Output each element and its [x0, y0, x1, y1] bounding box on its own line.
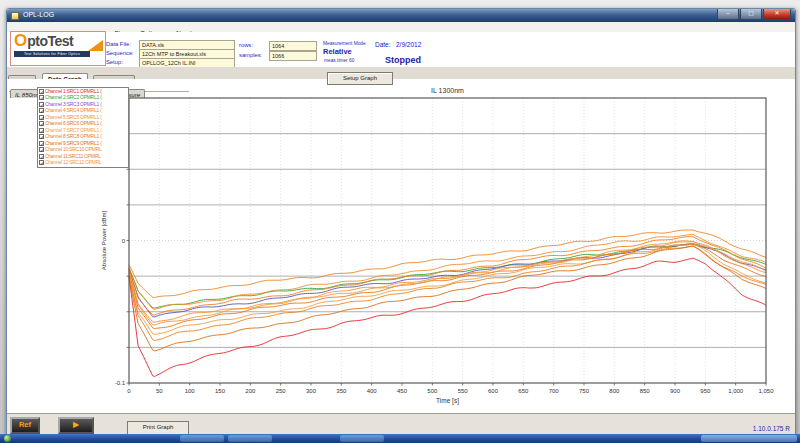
rows-field[interactable]: 1064 — [269, 41, 317, 51]
svg-text:0: 0 — [122, 238, 126, 244]
logo-text: ptoTest — [27, 33, 73, 49]
svg-text:300: 300 — [306, 388, 317, 394]
channel-label: Channel 10:SRC10 OPMRL — [45, 147, 102, 152]
check-icon: ✓ — [40, 115, 44, 121]
meas-timer-label: meas.timer 60 — [324, 58, 354, 63]
status-text: Stopped — [385, 55, 421, 65]
channel-3-checkbox[interactable]: ✓ — [39, 102, 44, 107]
svg-text:250: 250 — [276, 388, 287, 394]
svg-text:50: 50 — [156, 388, 163, 394]
close-button[interactable]: ✕ — [763, 9, 791, 20]
print-graph-button[interactable]: Print Graph — [127, 421, 189, 435]
data-file-label: Data File: — [106, 41, 131, 47]
check-icon: ✓ — [40, 108, 44, 114]
channel-11-checkbox[interactable]: ✓ — [39, 154, 44, 159]
channel-label: Channel 11:SRC11 OPMRL — [45, 154, 101, 159]
app-icon — [11, 12, 19, 20]
svg-text:0: 0 — [127, 388, 131, 394]
channel-label: Channel 8:SRC8 OPMRL1 ( — [45, 134, 102, 139]
start-button[interactable] — [4, 435, 11, 442]
svg-text:350: 350 — [336, 388, 347, 394]
taskbar-button[interactable] — [228, 435, 272, 442]
channel-label: Channel 3:SRC3 OPMRL1 ( — [45, 102, 102, 107]
svg-text:500: 500 — [427, 388, 438, 394]
channel-7-checkbox[interactable]: ✓ — [39, 128, 44, 133]
maximize-button[interactable]: ▢ — [740, 9, 762, 20]
svg-text:700: 700 — [549, 388, 560, 394]
logo-swoosh-icon — [88, 40, 103, 51]
check-icon: ✓ — [40, 95, 44, 101]
svg-text:Time [s]: Time [s] — [436, 397, 459, 405]
channel-row[interactable]: ✓Channel 12:SRC12 OPMRL — [38, 160, 128, 167]
play-button[interactable]: ▶ — [58, 417, 94, 434]
channel-10-checkbox[interactable]: ✓ — [39, 147, 44, 152]
logo-letter: O — [14, 31, 27, 50]
channel-9-checkbox[interactable]: ✓ — [39, 141, 44, 146]
svg-text:800: 800 — [609, 388, 620, 394]
svg-text:950: 950 — [700, 388, 711, 394]
taskbar-button[interactable] — [180, 435, 224, 442]
channel-label: Channel 4:SRC4 OPMRL1 ( — [45, 108, 102, 113]
version-text: 1.10.0.175 R — [753, 425, 790, 432]
maximize-icon: ▢ — [748, 10, 754, 16]
check-icon: ✓ — [40, 160, 44, 166]
channel-4-checkbox[interactable]: ✓ — [39, 108, 44, 113]
svg-text:550: 550 — [458, 388, 469, 394]
channel-5-checkbox[interactable]: ✓ — [39, 115, 44, 120]
app-window: OPL-LOG – ▢ ✕ File Setup View Run Stop O… — [6, 8, 796, 436]
ref-button[interactable]: Ref — [10, 417, 40, 434]
svg-text:1,000: 1,000 — [728, 388, 744, 394]
svg-text:750: 750 — [579, 388, 590, 394]
rows-label: rows: — [239, 42, 253, 48]
measurement-mode-value: Relative — [323, 47, 352, 56]
channel-label: Channel 5:SRC5 OPMRL1 ( — [45, 115, 102, 120]
samples-field[interactable]: 1066 — [269, 51, 317, 61]
channel-label: Channel 7:SRC7 OPMRL1 ( — [45, 128, 102, 133]
check-icon: ✓ — [40, 89, 44, 95]
svg-text:650: 650 — [518, 388, 529, 394]
check-icon: ✓ — [40, 147, 44, 153]
graph-page: IL 850nm IL 1300nm AUX Measure ✓Channel … — [7, 79, 795, 413]
check-icon: ✓ — [40, 128, 44, 134]
check-icon: ✓ — [40, 134, 44, 140]
svg-text:100: 100 — [185, 388, 196, 394]
minimize-button[interactable]: – — [717, 9, 739, 20]
minimize-icon: – — [726, 10, 729, 16]
title-bar[interactable]: OPL-LOG – ▢ ✕ — [7, 9, 795, 22]
svg-text:150: 150 — [215, 388, 226, 394]
bottom-toolbar: Ref ▶ Print Graph 1.10.0.175 R — [7, 413, 795, 436]
svg-text:450: 450 — [397, 388, 408, 394]
window-title: OPL-LOG — [23, 11, 54, 18]
date-label: Date: — [375, 41, 391, 48]
svg-text:400: 400 — [367, 388, 378, 394]
channel-8-checkbox[interactable]: ✓ — [39, 134, 44, 139]
optotest-logo: OptoTest Test Solutions for Fiber Optics — [10, 31, 106, 66]
logo-tagline: Test Solutions for Fiber Optics — [14, 51, 90, 57]
channel-label: Channel 9:SRC9 OPMRL1 ( — [45, 141, 102, 146]
channel-1-checkbox[interactable]: ✓ — [39, 89, 44, 94]
system-tray — [701, 435, 797, 442]
date-value: 2/9/2012 — [396, 41, 421, 48]
svg-text:1,050: 1,050 — [758, 388, 774, 394]
channel-label: Channel 12:SRC12 OPMRL — [45, 160, 102, 165]
setup-graph-button[interactable]: Setup Graph — [327, 72, 393, 85]
svg-text:600: 600 — [488, 388, 499, 394]
svg-text:Absolute Power [dBm]: Absolute Power [dBm] — [101, 210, 107, 270]
sequence-label: Sequence: — [106, 50, 134, 56]
taskbar — [0, 434, 800, 443]
close-icon: ✕ — [774, 10, 779, 16]
channel-legend-list: ✓Channel 1:SRC1 OPMRL1 ( ✓Channel 2:SRC2… — [37, 87, 129, 168]
check-icon: ✓ — [40, 141, 44, 147]
svg-text:-0.1: -0.1 — [115, 380, 126, 386]
channel-2-checkbox[interactable]: ✓ — [39, 95, 44, 100]
check-icon: ✓ — [40, 154, 44, 160]
taskbar-button[interactable] — [340, 435, 384, 442]
play-icon: ▶ — [73, 420, 79, 429]
svg-text:900: 900 — [670, 388, 681, 394]
svg-text:200: 200 — [245, 388, 256, 394]
setup-label: Setup: — [106, 59, 123, 65]
channel-label: Channel 2:SRC2 OPMRL1 ( — [45, 95, 102, 100]
channel-12-checkbox[interactable]: ✓ — [39, 160, 44, 165]
channel-6-checkbox[interactable]: ✓ — [39, 121, 44, 126]
channel-label: Channel 1:SRC1 OPMRL1 ( — [45, 89, 102, 94]
